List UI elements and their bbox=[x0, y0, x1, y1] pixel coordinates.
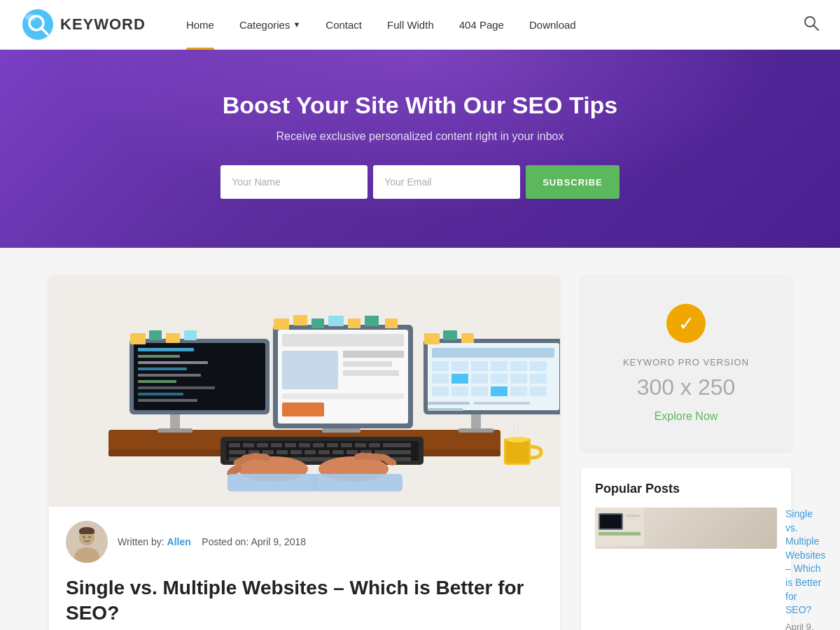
svg-rect-126 bbox=[626, 514, 640, 517]
svg-rect-90 bbox=[290, 450, 302, 454]
chevron-down-icon: ▼ bbox=[293, 20, 300, 29]
nav-item-contact[interactable]: Contact bbox=[313, 0, 374, 50]
svg-rect-67 bbox=[474, 402, 530, 405]
main-content: Written by: Allen Posted on: April 9, 20… bbox=[0, 248, 840, 630]
subscribe-button[interactable]: SUBSCRIBE bbox=[526, 165, 620, 199]
svg-rect-63 bbox=[491, 386, 507, 396]
svg-rect-81 bbox=[327, 443, 338, 447]
svg-rect-114 bbox=[506, 440, 528, 463]
svg-line-5 bbox=[814, 25, 819, 30]
check-icon: ✓ bbox=[666, 304, 706, 343]
main-nav: Home Categories ▼ Contact Full Width 404… bbox=[174, 0, 804, 50]
avatar bbox=[66, 521, 108, 563]
svg-rect-32 bbox=[343, 361, 392, 367]
written-by-label: Written by: bbox=[118, 536, 164, 547]
svg-rect-40 bbox=[348, 318, 360, 328]
svg-rect-128 bbox=[598, 532, 640, 536]
svg-rect-59 bbox=[530, 374, 547, 384]
main-post-card: Written by: Allen Posted on: April 9, 20… bbox=[49, 276, 560, 630]
nav-item-download[interactable]: Download bbox=[517, 0, 589, 50]
svg-rect-39 bbox=[328, 316, 344, 326]
svg-rect-82 bbox=[341, 443, 352, 447]
list-item: Single vs. Multiple Websites – Which is … bbox=[595, 507, 777, 630]
hero-title: Boost Your Site With Our SEO Tips bbox=[14, 92, 826, 119]
svg-rect-69 bbox=[424, 333, 440, 344]
svg-rect-125 bbox=[600, 514, 622, 528]
svg-rect-61 bbox=[451, 386, 468, 396]
svg-rect-74 bbox=[229, 443, 240, 447]
svg-rect-85 bbox=[383, 443, 411, 447]
svg-rect-65 bbox=[530, 386, 547, 396]
nav-item-fullwidth[interactable]: Full Width bbox=[374, 0, 447, 50]
svg-rect-48 bbox=[432, 361, 449, 371]
svg-rect-33 bbox=[343, 370, 399, 376]
svg-point-119 bbox=[83, 536, 85, 538]
svg-rect-12 bbox=[138, 348, 194, 351]
svg-rect-52 bbox=[510, 361, 527, 371]
post-meta: Written by: Allen Posted on: April 9, 20… bbox=[49, 507, 560, 570]
svg-rect-93 bbox=[332, 450, 344, 454]
popular-posts-title: Popular Posts bbox=[595, 482, 777, 496]
svg-rect-29 bbox=[282, 334, 404, 346]
hero-subtitle: Receive exclusive personalized content r… bbox=[14, 130, 826, 143]
svg-rect-60 bbox=[432, 386, 449, 396]
post-featured-image bbox=[49, 276, 560, 507]
nav-item-home[interactable]: Home bbox=[174, 0, 227, 50]
name-input[interactable] bbox=[220, 165, 368, 199]
svg-rect-105 bbox=[227, 474, 318, 491]
svg-rect-17 bbox=[138, 380, 176, 383]
svg-point-0 bbox=[22, 9, 53, 40]
svg-rect-37 bbox=[293, 315, 307, 326]
svg-rect-56 bbox=[471, 374, 488, 384]
ad-size: 300 x 250 bbox=[595, 374, 777, 400]
svg-rect-13 bbox=[138, 355, 180, 358]
svg-rect-53 bbox=[530, 361, 547, 371]
svg-rect-83 bbox=[355, 443, 366, 447]
svg-rect-15 bbox=[138, 368, 187, 370]
svg-rect-68 bbox=[428, 408, 463, 411]
ad-box: ✓ KEYWORD PRO VERSION 300 x 250 Explore … bbox=[581, 276, 791, 451]
popular-date-1: April 9, 2018 bbox=[785, 622, 813, 630]
svg-rect-76 bbox=[257, 443, 268, 447]
svg-rect-14 bbox=[138, 361, 208, 364]
svg-rect-112 bbox=[312, 474, 402, 491]
popular-thumb-1 bbox=[595, 507, 777, 549]
svg-rect-38 bbox=[312, 318, 324, 328]
search-icon[interactable] bbox=[804, 15, 819, 34]
svg-rect-24 bbox=[184, 330, 197, 340]
ad-explore-link[interactable]: Explore Now bbox=[654, 410, 718, 422]
svg-rect-78 bbox=[285, 443, 296, 447]
svg-rect-36 bbox=[274, 318, 289, 330]
author-link[interactable]: Allen bbox=[167, 536, 191, 547]
svg-rect-51 bbox=[491, 361, 507, 371]
svg-rect-50 bbox=[471, 361, 488, 371]
svg-rect-122 bbox=[79, 530, 94, 534]
svg-rect-21 bbox=[130, 333, 146, 344]
svg-rect-92 bbox=[318, 450, 330, 454]
svg-rect-91 bbox=[304, 450, 316, 454]
svg-rect-84 bbox=[369, 443, 380, 447]
svg-rect-49 bbox=[451, 361, 468, 371]
svg-rect-41 bbox=[365, 316, 379, 326]
svg-rect-18 bbox=[138, 386, 215, 389]
svg-rect-20 bbox=[138, 399, 197, 402]
svg-rect-22 bbox=[149, 330, 162, 340]
svg-rect-54 bbox=[432, 374, 449, 384]
svg-rect-55 bbox=[451, 374, 468, 384]
popular-link-1[interactable]: Single vs. Multiple Websites – Which is … bbox=[785, 507, 825, 617]
sidebar: ✓ KEYWORD PRO VERSION 300 x 250 Explore … bbox=[581, 276, 791, 630]
hero-section: Boost Your Site With Our SEO Tips Receiv… bbox=[0, 50, 840, 248]
nav-item-categories[interactable]: Categories ▼ bbox=[227, 0, 313, 50]
popular-posts-box: Popular Posts Single vs. Multiple Websit… bbox=[581, 468, 791, 630]
svg-rect-58 bbox=[510, 374, 527, 384]
svg-rect-42 bbox=[385, 318, 398, 328]
svg-rect-62 bbox=[471, 386, 488, 396]
email-input[interactable] bbox=[373, 165, 520, 199]
logo-text: KEYWORD bbox=[60, 15, 146, 34]
svg-rect-16 bbox=[138, 374, 201, 377]
svg-point-3 bbox=[25, 14, 36, 21]
nav-item-404[interactable]: 404 Page bbox=[447, 0, 517, 50]
svg-rect-89 bbox=[276, 450, 288, 454]
svg-rect-57 bbox=[491, 374, 507, 384]
logo[interactable]: KEYWORD bbox=[21, 8, 146, 41]
